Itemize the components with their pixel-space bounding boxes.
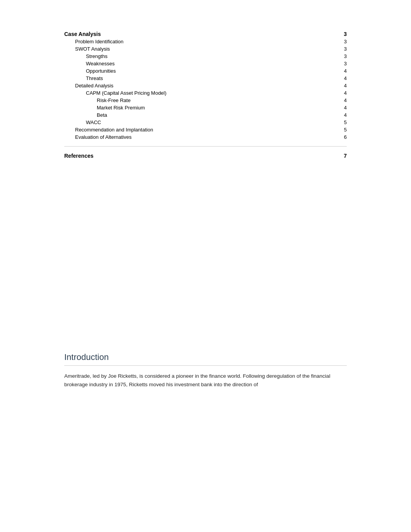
toc-page-strengths: 3 [339,53,347,59]
toc-page-problem-id: 3 [339,39,347,44]
page-container: Case Analysis 3 Problem Identification 3… [41,0,370,419]
toc-divider [64,146,347,147]
toc-page-references: 7 [339,153,347,159]
table-of-contents: Case Analysis 3 Problem Identification 3… [64,31,347,159]
toc-label-market-risk-premium: Market Risk Premium [64,105,339,111]
toc-entry-strengths: Strengths 3 [64,53,347,59]
intro-body: Ameritrade, led by Joe Ricketts, is cons… [64,372,347,389]
intro-heading: Introduction [64,352,347,366]
toc-page-swot: 3 [339,46,347,52]
toc-entry-evaluation: Evaluation of Alternatives 6 [64,134,347,140]
toc-label-recommendation: Recommendation and Implantation [64,127,339,133]
toc-entry-threats: Threats 4 [64,75,347,81]
toc-page-threats: 4 [339,75,347,81]
toc-label-wacc: WACC [64,119,339,125]
toc-entry-detailed-analysis: Detailed Analysis 4 [64,83,347,89]
toc-label-problem-id: Problem Identification [64,39,339,44]
toc-label-detailed-analysis: Detailed Analysis [64,83,339,89]
toc-page-case-analysis: 3 [339,31,347,37]
toc-entry-capm: CAPM (Capital Asset Pricing Model) 4 [64,90,347,96]
toc-entry-risk-free-rate: Risk-Free Rate 4 [64,97,347,103]
toc-label-threats: Threats [64,75,339,81]
toc-entry-wacc: WACC 5 [64,119,347,125]
toc-entry-weaknesses: Weaknesses 3 [64,61,347,66]
toc-page-recommendation: 5 [339,127,347,133]
toc-page-capm: 4 [339,90,347,96]
toc-page-weaknesses: 3 [339,61,347,66]
toc-entry-opportunities: Opportunities 4 [64,68,347,74]
toc-entry-problem-id: Problem Identification 3 [64,39,347,44]
toc-label-strengths: Strengths [64,53,339,59]
toc-page-beta: 4 [339,112,347,118]
toc-label-case-analysis: Case Analysis [64,31,339,37]
toc-page-wacc: 5 [339,119,347,125]
toc-entry-swot: SWOT Analysis 3 [64,46,347,52]
toc-label-capm: CAPM (Capital Asset Pricing Model) [64,90,339,96]
introduction-section: Introduction Ameritrade, led by Joe Rick… [64,352,347,389]
toc-entry-recommendation: Recommendation and Implantation 5 [64,127,347,133]
toc-page-opportunities: 4 [339,68,347,74]
toc-entry-market-risk-premium: Market Risk Premium 4 [64,105,347,111]
toc-label-evaluation: Evaluation of Alternatives [64,134,339,140]
toc-page-detailed-analysis: 4 [339,83,347,89]
toc-label-swot: SWOT Analysis [64,46,339,52]
toc-entry-case-analysis: Case Analysis 3 [64,31,347,37]
toc-label-weaknesses: Weaknesses [64,61,339,66]
toc-page-evaluation: 6 [339,134,347,140]
toc-entry-beta: Beta 4 [64,112,347,118]
toc-label-risk-free-rate: Risk-Free Rate [64,97,339,103]
toc-label-references: References [64,153,339,159]
toc-entry-references: References 7 [64,153,347,159]
toc-label-beta: Beta [64,112,339,118]
toc-label-opportunities: Opportunities [64,68,339,74]
toc-page-market-risk-premium: 4 [339,105,347,111]
toc-page-risk-free-rate: 4 [339,97,347,103]
